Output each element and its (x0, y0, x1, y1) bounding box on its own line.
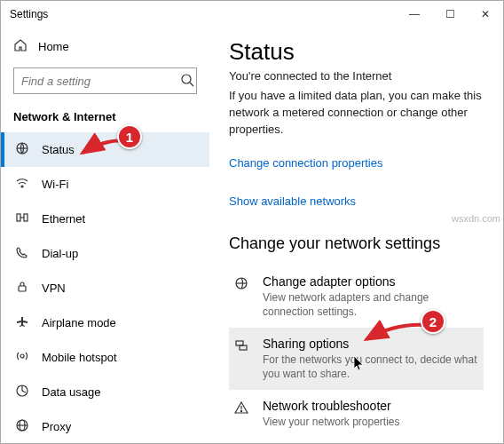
page-heading: Status (229, 38, 484, 66)
proxy-icon (15, 418, 29, 435)
option-adapter[interactable]: Change adapter options View network adap… (229, 266, 484, 328)
section-title: Network & Internet (1, 103, 209, 132)
main-panel: Status You're connected to the Internet … (209, 28, 503, 443)
svg-point-9 (20, 354, 24, 358)
status-icon (15, 141, 29, 158)
window-title: Settings (10, 8, 397, 20)
sidebar-item-wifi[interactable]: Wi-Fi (1, 167, 209, 202)
option-desc: For the networks you connect to, decide … (263, 353, 478, 381)
sidebar: Home Network & Internet Status Wi-Fi Eth… (1, 28, 209, 443)
search-input[interactable] (14, 75, 178, 88)
connection-status: You're connected to the Internet (229, 69, 484, 83)
nav-label: Mobile hotspot (42, 351, 117, 364)
option-desc: View your network properties (263, 415, 400, 429)
settings-subheading: Change your network settings (229, 234, 484, 253)
option-title: Network troubleshooter (263, 399, 400, 413)
annotation-badge-1: 1 (117, 124, 142, 149)
search-icon (178, 73, 196, 90)
nav-label: Airplane mode (42, 316, 116, 329)
sidebar-item-vpn[interactable]: VPN (1, 271, 209, 305)
sidebar-item-ethernet[interactable]: Ethernet (1, 202, 209, 236)
nav-label: Data usage (42, 385, 101, 399)
nav-label: Proxy (42, 420, 71, 433)
nav-label: VPN (42, 281, 66, 295)
svg-rect-8 (19, 286, 26, 291)
arrow-2 (359, 318, 430, 348)
close-button[interactable]: ✕ (468, 1, 503, 28)
ethernet-icon (15, 210, 29, 227)
home-label: Home (38, 40, 69, 53)
option-desc: View network adapters and change connect… (263, 290, 478, 319)
svg-point-19 (240, 411, 241, 412)
change-connection-link[interactable]: Change connection properties (229, 156, 382, 170)
vpn-icon (15, 280, 29, 297)
airplane-icon (15, 314, 29, 331)
svg-rect-6 (24, 214, 28, 221)
sidebar-item-proxy[interactable]: Proxy (1, 409, 209, 443)
svg-point-4 (21, 186, 23, 187)
search-box[interactable] (13, 67, 197, 94)
svg-line-1 (190, 83, 193, 86)
sharing-icon (234, 337, 252, 356)
settings-window: Settings ― ☐ ✕ Home Network & Internet S… (0, 0, 504, 444)
watermark: wsxdn.com (452, 213, 500, 224)
dialup-icon (15, 245, 29, 262)
status-description: If you have a limited data plan, you can… (229, 88, 484, 139)
home-nav[interactable]: Home (1, 31, 209, 62)
sidebar-item-airplane[interactable]: Airplane mode (1, 305, 209, 340)
sidebar-item-datausage[interactable]: Data usage (1, 375, 209, 409)
nav-label: Wi-Fi (42, 178, 68, 191)
nav-label: Status (42, 143, 75, 156)
mouse-cursor (353, 355, 366, 375)
svg-point-0 (182, 75, 191, 83)
minimize-button[interactable]: ― (397, 1, 432, 28)
hotspot-icon (15, 349, 29, 366)
nav-label: Dial-up (42, 247, 78, 260)
svg-rect-5 (17, 214, 20, 221)
sidebar-item-dialup[interactable]: Dial-up (1, 236, 209, 271)
option-title: Change adapter options (263, 274, 478, 289)
option-text: Change adapter options View network adap… (263, 274, 478, 319)
data-usage-icon (15, 384, 29, 400)
svg-rect-17 (240, 345, 247, 350)
option-text: Network troubleshooter View your network… (263, 399, 400, 429)
annotation-badge-2: 2 (421, 309, 445, 334)
option-troubleshooter[interactable]: Network troubleshooter View your network… (229, 390, 484, 438)
nav-label: Ethernet (42, 212, 85, 226)
maximize-button[interactable]: ☐ (432, 1, 468, 28)
content-area: Home Network & Internet Status Wi-Fi Eth… (1, 28, 503, 443)
titlebar: Settings ― ☐ ✕ (1, 1, 503, 28)
adapter-icon (234, 274, 252, 294)
show-networks-link[interactable]: Show available networks (229, 194, 356, 208)
troubleshooter-icon (234, 399, 252, 418)
wifi-icon (15, 176, 29, 193)
svg-rect-16 (236, 341, 243, 345)
home-icon (13, 38, 28, 55)
sidebar-item-hotspot[interactable]: Mobile hotspot (1, 340, 209, 375)
